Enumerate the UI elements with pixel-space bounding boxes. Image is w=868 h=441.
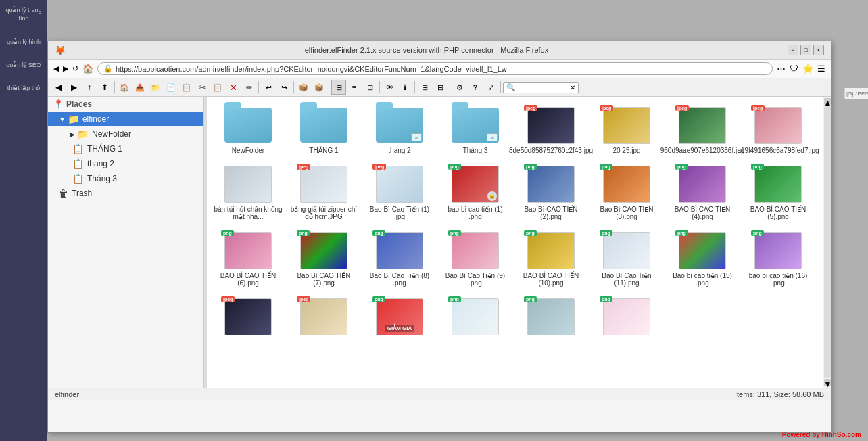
search-input[interactable]	[516, 83, 570, 91]
tb-info[interactable]: ℹ	[397, 80, 412, 95]
newfolder-label: NewFolder	[92, 129, 131, 139]
file-item-img20[interactable]: png bao bì cao tiến (16) .png	[741, 226, 815, 291]
tb-del[interactable]: ✕	[226, 80, 241, 95]
file-name-img19: Bao bì cao tiến (15) .png	[668, 272, 737, 287]
tb-newfolder[interactable]: 📁	[148, 80, 163, 95]
shield-icon[interactable]: 🛡	[790, 64, 798, 74]
tb-undo[interactable]: ↩	[261, 80, 276, 95]
refresh-button[interactable]: ↺	[72, 64, 78, 73]
powered-by: Powered by HinhSo.com	[782, 431, 861, 438]
sidebar-item-thang2[interactable]: 📋 thang 2	[48, 156, 203, 171]
tb-redo[interactable]: ↪	[276, 80, 291, 95]
tb-view-list[interactable]: ≡	[347, 80, 362, 95]
file-item-img6[interactable]: jpeg bảng giá túi zipper chỉ đỏ hcm.JPG	[287, 160, 361, 225]
tb-upload[interactable]: 📤	[132, 80, 147, 95]
file-item-img12[interactable]: png BAO BÌ CAO TIẾN (5).png	[741, 160, 815, 225]
tb-sort2[interactable]: ⊟	[433, 80, 448, 95]
file-name-thang1: THÁNG 1	[309, 147, 338, 154]
tb-view-icons[interactable]: ⊞	[331, 80, 346, 95]
tb-back[interactable]: ◀	[51, 80, 66, 95]
file-item-img22[interactable]: jpeg	[287, 292, 361, 342]
file-item-img15[interactable]: png Bao Bì Cao Tiến (8) .png	[362, 226, 437, 291]
tb-rename[interactable]: ✏	[241, 80, 256, 95]
close-button[interactable]: ×	[813, 45, 824, 55]
tb-newfile[interactable]: 📄	[164, 80, 178, 95]
file-item-img18[interactable]: png Bao Bì Cao Tiến (11).png	[589, 226, 664, 291]
trash-icon: 🗑	[59, 188, 68, 199]
file-item-img21[interactable]: jpeg	[211, 292, 285, 342]
tb-view-small[interactable]: ⊡	[362, 80, 377, 95]
file-item-img13[interactable]: png BAO BÌ CAO TIẾN (6).png	[211, 226, 285, 291]
file-item-img17[interactable]: png BAO BÌ CAO TIẾN (10).png	[514, 226, 588, 291]
file-item-img7[interactable]: jpeg Bao Bì Cao Tiến (1) .jpg	[362, 160, 437, 225]
tb-paste[interactable]: 📋	[210, 80, 225, 95]
file-item-img8[interactable]: png 🔒 bao bì cao tiến (1) .png	[438, 160, 512, 225]
back-button[interactable]: ◀	[53, 64, 59, 73]
sidebar-item-thang1[interactable]: 📋 THÁNG 1	[48, 141, 203, 156]
tb-cut[interactable]: ✂	[195, 80, 210, 95]
tb-reload[interactable]: ⬆	[97, 80, 112, 95]
bookmark-button[interactable]: ⭐	[802, 64, 813, 74]
file-name-newfolder: NewFolder	[232, 147, 264, 154]
tb-forward[interactable]: ▶	[66, 80, 81, 95]
folder-icon-t1: 📋	[72, 143, 84, 154]
tb-up[interactable]: ↑	[82, 80, 97, 95]
file-item-img25[interactable]: png	[514, 292, 588, 342]
expand-icon-nf: ▶	[70, 131, 75, 138]
sidebar-nav-item2: quản lý hình	[7, 39, 41, 45]
file-item-img26[interactable]: png	[589, 292, 664, 342]
sidebar-nav-item: quản lý trang tĩnh	[0, 7, 47, 22]
file-item-img24[interactable]: png	[438, 292, 512, 342]
tb-extract[interactable]: 📦	[296, 80, 311, 95]
tb-copy[interactable]: 📋	[179, 80, 194, 95]
file-item-img2[interactable]: jpeg 20 25.jpg	[589, 101, 664, 158]
scrollbar[interactable]: ▲ ▼	[823, 97, 831, 388]
tb-help[interactable]: ?	[468, 80, 483, 95]
file-item-img10[interactable]: png Bao Bì CAO TIẾN (3).png	[589, 160, 664, 225]
file-item-img5[interactable]: bán túi hút chân không mặt nhà...	[211, 160, 285, 225]
png-badge25: png	[524, 296, 537, 302]
minimize-button[interactable]: −	[788, 45, 798, 55]
sidebar-item-thang3[interactable]: 📋 Tháng 3	[48, 171, 203, 186]
sidebar-item-elfinder[interactable]: ▼ 📁 elfinder	[48, 112, 203, 126]
maximize-button[interactable]: □	[800, 45, 811, 55]
file-item-thang2[interactable]: ✄ thang 2	[362, 101, 437, 158]
sidebar-item-newfolder[interactable]: ▶ 📁 NewFolder	[48, 126, 203, 141]
tb-home[interactable]: 🏠	[117, 80, 132, 95]
forward-button[interactable]: ▶	[63, 64, 68, 73]
file-item-img19[interactable]: png Bao bì cao tiến (15) .png	[665, 226, 740, 291]
file-item-img16[interactable]: png Bao Bì Cao Tiến (9) .png	[438, 226, 512, 291]
file-item-img23[interactable]: png GIẢM GIÁ	[362, 292, 437, 342]
file-name-img4: a19f491656c6a798fed7.jpg	[737, 147, 819, 154]
folder-icon-t2: 📋	[72, 158, 84, 169]
menu-button[interactable]: ⋯	[777, 64, 786, 74]
places-label: Places	[66, 99, 92, 109]
file-item-img11[interactable]: png BAO BÌ CAO TIẾN (4).png	[665, 160, 740, 225]
tb-archive[interactable]: 📦	[312, 80, 327, 95]
sidebar-item-trash[interactable]: 🗑 Trash	[48, 186, 203, 201]
file-item-newfolder[interactable]: NewFolder	[211, 101, 285, 158]
hamburger-button[interactable]: ☰	[817, 64, 825, 74]
file-name-img8: bao bì cao tiến (1) .png	[441, 206, 510, 220]
file-item-img3[interactable]: jpeg 960d9aae907e6120386f.jpg	[665, 101, 740, 158]
png-badge19: png	[675, 230, 688, 236]
tb-sep4	[329, 81, 329, 93]
url-input[interactable]	[116, 65, 767, 73]
tb-preview[interactable]: 👁	[382, 80, 397, 95]
tb-fullscreen[interactable]: ⤢	[483, 80, 498, 95]
file-area: NewFolder THÁNG 1	[207, 97, 823, 388]
file-name-img11: BAO BÌ CAO TIẾN (4).png	[668, 206, 737, 220]
file-item-img14[interactable]: png Bao Bì CAO TIẾN (7).png	[287, 226, 361, 291]
file-item-img1[interactable]: jpeg 8de50d858752760c2f43.jpg	[514, 101, 588, 158]
file-item-thang1[interactable]: THÁNG 1	[287, 101, 361, 158]
file-item-thang3[interactable]: ✄ Tháng 3	[438, 101, 512, 158]
search-clear[interactable]: ✕	[570, 84, 575, 91]
tb-sort[interactable]: ⊞	[417, 80, 432, 95]
png-badge26: png	[600, 296, 612, 302]
file-item-img4[interactable]: jpeg a19f491656c6a798fed7.jpg	[741, 101, 815, 158]
tb-settings[interactable]: ⚙	[452, 80, 467, 95]
file-item-img9[interactable]: png Bao Bì CAO TIẾN (2).png	[514, 160, 588, 225]
status-info: Items: 311, Size: 58.60 MB	[735, 390, 824, 398]
png-badge14: png	[297, 230, 310, 236]
home-button[interactable]: 🏠	[82, 64, 93, 74]
